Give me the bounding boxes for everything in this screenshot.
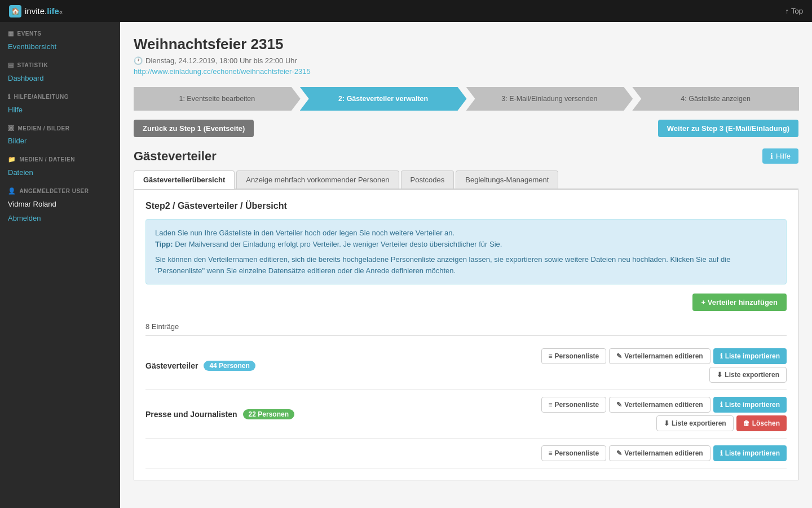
info-circle-icon: ℹ [770, 152, 773, 160]
step-2[interactable]: 2: Gästeverteiler verwalten [300, 87, 467, 111]
list-icon-3: ≡ [549, 449, 553, 457]
section-header: Gästeverteiler ℹ Hilfe [134, 148, 798, 164]
loeschen-button-2[interactable]: 🗑 Löschen [736, 415, 787, 431]
sidebar-section-hilfe: ℹ HILFE/ANLEITUNG [0, 85, 120, 103]
info-line1: Laden Sie nun Ihre Gästeliste in den Ver… [155, 227, 777, 239]
dist-name-2: Presse und Journalisten [145, 410, 237, 419]
main-content: Weihnachtsfeier 2315 🕐 Dienstag, 24.12.2… [120, 22, 812, 508]
import-icon-3: ℹ [720, 449, 723, 457]
entry-count: 8 Einträge [145, 318, 787, 336]
sidebar-item-abmelden[interactable]: Abmelden [0, 211, 120, 225]
back-button[interactable]: Zurück zu Step 1 (Eventseite) [134, 120, 254, 137]
add-verteiler-button[interactable]: + Verteiler hinzufügen [692, 294, 787, 311]
tabs: Gästeverteilerübersicht Anzeige mehrfach… [134, 170, 798, 189]
top-label: Top [791, 7, 803, 15]
arrow-up-icon: ↑ [785, 7, 789, 15]
info-line2: Tipp: Der Mailversand der Einladung erfo… [155, 239, 777, 250]
distributor-row-3: ≡ Personenliste ✎ Verteilernamen editier… [145, 439, 787, 468]
list-icon-2: ≡ [549, 401, 553, 409]
editieren-button-3[interactable]: ✎ Verteilernamen editieren [609, 445, 710, 461]
pencil-icon-2: ✎ [616, 401, 622, 409]
layout: ▦ EVENTS Eventübersicht ▤ STATISTIK Dash… [0, 22, 812, 508]
event-link[interactable]: http://www.einladung.cc/echonet/weihnach… [134, 67, 311, 76]
sidebar: ▦ EVENTS Eventübersicht ▤ STATISTIK Dash… [0, 22, 120, 508]
folder-icon: 📁 [8, 156, 16, 163]
tab-postcodes[interactable]: Postcodes [401, 170, 454, 189]
exportieren-button-1[interactable]: ⬇ Liste exportieren [709, 367, 787, 383]
steps-bar: 1: Eventseite bearbeiten 2: Gästeverteil… [134, 87, 798, 111]
tipp-label: Tipp: [155, 240, 173, 248]
dist-label-1: Gästeverteiler 44 Personen [145, 361, 255, 371]
grid-icon: ▦ [8, 30, 14, 37]
sidebar-section-medien-bilder: 🖼 MEDIEN / BILDER [0, 117, 120, 134]
event-date: 🕐 Dienstag, 24.12.2019, 18:00 Uhr bis 22… [134, 56, 798, 65]
logo: 🏠 invite.life« [9, 5, 63, 17]
editieren-button-1[interactable]: ✎ Verteilernamen editieren [609, 348, 710, 364]
sidebar-item-hilfe[interactable]: Hilfe [0, 103, 120, 117]
info-line3: Sie können den Verteilernamen editieren,… [155, 254, 777, 276]
clock-icon: 🕐 [134, 56, 143, 65]
trash-icon-2: 🗑 [743, 419, 750, 427]
dist-actions-2: ≡ Personenliste ✎ Verteilernamen editier… [533, 397, 787, 431]
tab-übersicht[interactable]: Gästeverteilerübersicht [134, 170, 235, 189]
sidebar-item-eventübersicht[interactable]: Eventübersicht [0, 40, 120, 54]
step-1[interactable]: 1: Eventseite bearbeiten [134, 87, 301, 111]
distributor-row-gaesteverteiler: Gästeverteiler 44 Personen ≡ Personenlis… [145, 341, 787, 390]
sidebar-section-statistik: ▤ STATISTIK [0, 54, 120, 71]
logo-icon: 🏠 [9, 5, 21, 17]
sidebar-section-events: ▦ EVENTS [0, 22, 120, 40]
panel-subtitle: Step2 / Gästeverteiler / Übersicht [145, 201, 787, 211]
add-row: + Verteiler hinzufügen [145, 294, 787, 311]
pencil-icon-1: ✎ [616, 352, 622, 360]
importieren-button-1[interactable]: ℹ Liste importieren [713, 348, 787, 364]
hilfe-button[interactable]: ℹ Hilfe [762, 148, 798, 164]
topbar: 🏠 invite.life« ↑ Top [0, 0, 812, 22]
top-link[interactable]: ↑ Top [785, 7, 803, 15]
logo-life: life [47, 6, 59, 16]
importieren-button-3[interactable]: ℹ Liste importieren [713, 445, 787, 461]
step-4[interactable]: 4: Gästeliste anzeigen [632, 87, 799, 111]
sidebar-section-user: 👤 ANGEMELDETER USER [0, 179, 120, 197]
personenliste-button-1[interactable]: ≡ Personenliste [541, 348, 607, 364]
step-3[interactable]: 3: E-Mail/Einladung versenden [466, 87, 633, 111]
logo-invite: invite [25, 6, 45, 16]
sidebar-item-dateien[interactable]: Dateien [0, 165, 120, 179]
nav-buttons: Zurück zu Step 1 (Eventseite) Weiter zu … [134, 120, 798, 137]
download-icon-2: ⬇ [664, 419, 669, 427]
dist-actions-3: ≡ Personenliste ✎ Verteilernamen editier… [541, 445, 787, 461]
importieren-button-2[interactable]: ℹ Liste importieren [713, 397, 787, 413]
user-icon: 👤 [8, 187, 16, 195]
forward-button[interactable]: Weiter zu Step 3 (E-Mail/Einladung) [658, 120, 798, 137]
sidebar-section-medien-dateien: 📁 MEDIEN / DATEIEN [0, 148, 120, 165]
bar-chart-icon: ▤ [8, 62, 14, 69]
sidebar-item-bilder[interactable]: Bilder [0, 134, 120, 148]
distributor-row-presse: Presse und Journalisten 22 Personen ≡ Pe… [145, 390, 787, 439]
dist-actions-1: ≡ Personenliste ✎ Verteilernamen editier… [533, 348, 787, 383]
event-title: Weihnachtsfeier 2315 [134, 36, 798, 53]
pencil-icon-3: ✎ [616, 449, 622, 457]
section-title: Gästeverteiler [134, 149, 217, 164]
logo-text: invite.life« [25, 6, 63, 16]
import-icon-2: ℹ [720, 401, 723, 409]
tab-mehrfach[interactable]: Anzeige mehrfach vorkommender Personen [236, 170, 399, 189]
logo-arrows: « [59, 8, 63, 15]
personenliste-button-2[interactable]: ≡ Personenliste [541, 397, 607, 413]
personenliste-button-3[interactable]: ≡ Personenliste [541, 445, 607, 461]
editieren-button-2[interactable]: ✎ Verteilernamen editieren [609, 397, 710, 413]
exportieren-button-2[interactable]: ⬇ Liste exportieren [656, 415, 734, 431]
info-line2-text: Der Mailversand der Einladung erfolgt pr… [175, 240, 502, 248]
dist-name-1: Gästeverteiler [145, 361, 198, 370]
dist-badge-2: 22 Personen [243, 409, 294, 419]
sidebar-item-username: Vidmar Roland [0, 197, 120, 211]
list-icon: ≡ [549, 352, 553, 360]
info-box: Laden Sie nun Ihre Gästeliste in den Ver… [145, 219, 787, 284]
image-icon: 🖼 [8, 125, 15, 132]
import-icon-1: ℹ [720, 352, 723, 360]
dist-badge-1: 44 Personen [204, 361, 255, 371]
dist-label-2: Presse und Journalisten 22 Personen [145, 409, 294, 419]
sidebar-item-dashboard[interactable]: Dashboard [0, 71, 120, 85]
question-icon: ℹ [8, 93, 11, 100]
download-icon-1: ⬇ [717, 371, 722, 379]
main-panel: Step2 / Gästeverteiler / Übersicht Laden… [134, 189, 798, 480]
tab-begleitung[interactable]: Begleitungs-Management [456, 170, 558, 189]
